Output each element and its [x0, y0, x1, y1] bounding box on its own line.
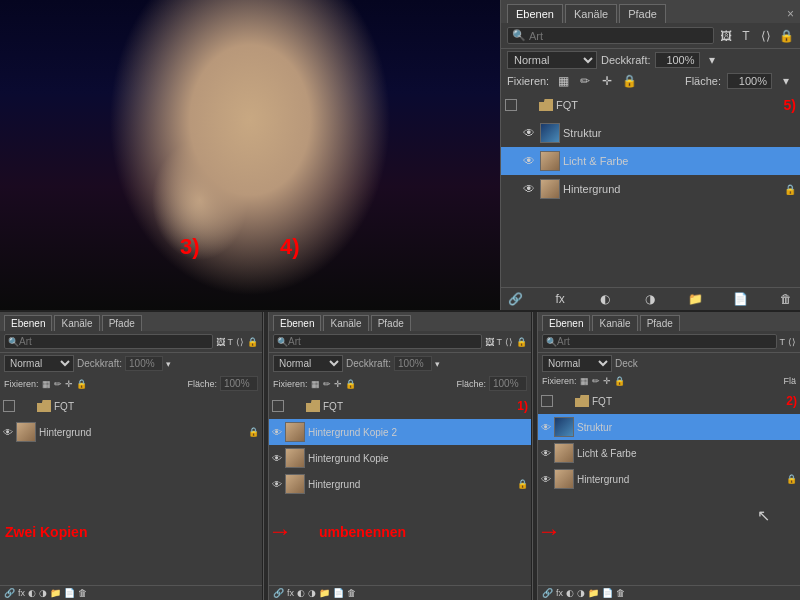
group-fqt-p2[interactable]: FQT 1)	[269, 393, 531, 419]
fx-btn-top[interactable]: fx	[552, 291, 568, 307]
tab-ebenen-p3[interactable]: Ebenen	[542, 315, 590, 331]
opacity-arrow-top[interactable]: ▾	[704, 52, 720, 68]
struktur-p3[interactable]: 👁 Struktur	[538, 414, 800, 440]
hg-kopie2-p2[interactable]: 👁 Hintergrund Kopie 2	[269, 419, 531, 445]
layer-struktur-top[interactable]: 👁 Struktur	[501, 119, 800, 147]
layer-group-fqt-top[interactable]: FQT 5)	[501, 91, 800, 119]
lock-icon-p2-2[interactable]: ✏	[323, 379, 331, 389]
adjustment-btn-top[interactable]: ◑	[642, 291, 658, 307]
group-fqt-p3[interactable]: FQT 2)	[538, 388, 800, 414]
eye-p2-hg[interactable]: 👁	[272, 479, 282, 490]
icon-text-top[interactable]: T	[738, 28, 754, 44]
lock-transparent-top[interactable]: ▦	[555, 73, 571, 89]
hintergrund-p3[interactable]: 👁 Hintergrund 🔒	[538, 466, 800, 492]
search-input-top[interactable]	[529, 30, 709, 42]
fx-p3[interactable]: fx	[556, 588, 563, 598]
folder-p1-btn[interactable]: 📁	[50, 588, 61, 598]
lock-icon-p3-2[interactable]: ✏	[592, 376, 600, 386]
adj-p3[interactable]: ◑	[577, 588, 585, 598]
icon-p1-3[interactable]: ⟨⟩	[236, 337, 244, 347]
icon-adjust-top[interactable]: ⟨⟩	[758, 28, 774, 44]
icon-p2-2[interactable]: T	[497, 337, 503, 347]
group-checkbox-top[interactable]	[505, 99, 517, 111]
search-input-p3[interactable]	[557, 336, 773, 347]
del-p1[interactable]: 🗑	[78, 588, 87, 598]
tab-pfade-p3[interactable]: Pfade	[640, 315, 680, 331]
del-p3[interactable]: 🗑	[616, 588, 625, 598]
mask-btn-top[interactable]: ◐	[597, 291, 613, 307]
lock-icon-p1-2[interactable]: ✏	[54, 379, 62, 389]
tab-pfade-p1[interactable]: Pfade	[102, 315, 142, 331]
folder-p2-btn[interactable]: 📁	[319, 588, 330, 598]
search-p3[interactable]: 🔍	[542, 334, 777, 349]
hintergrund-p1[interactable]: 👁 Hintergrund 🔒	[0, 419, 262, 445]
lock-icon-p1-1[interactable]: ▦	[42, 379, 51, 389]
tab-pfade-p2[interactable]: Pfade	[371, 315, 411, 331]
opacity-val-p2[interactable]	[394, 356, 432, 371]
icon-p1-4[interactable]: 🔒	[247, 337, 258, 347]
tab-kanaele-top[interactable]: Kanäle	[565, 4, 617, 23]
opacity-arrow-p2[interactable]: ▾	[435, 359, 440, 369]
tab-ebenen-top[interactable]: Ebenen	[507, 4, 563, 23]
layer-licht-top[interactable]: 👁 Licht & Farbe	[501, 147, 800, 175]
lock-paint-top[interactable]: ✏	[577, 73, 593, 89]
lock-icon-p3-3[interactable]: ✛	[603, 376, 611, 386]
eye-p3-str[interactable]: 👁	[541, 422, 551, 433]
icon-p3-2[interactable]: ⟨⟩	[788, 337, 796, 347]
search-box-top[interactable]: 🔍	[507, 27, 714, 44]
icon-image-top[interactable]: 🖼	[718, 28, 734, 44]
mask-p1[interactable]: ◐	[28, 588, 36, 598]
mask-p3[interactable]: ◐	[566, 588, 574, 598]
search-p2[interactable]: 🔍	[273, 334, 482, 349]
folder-p3-btn[interactable]: 📁	[588, 588, 599, 598]
link-btn-top[interactable]: 🔗	[507, 291, 523, 307]
check-p1[interactable]	[3, 400, 15, 412]
icon-p2-3[interactable]: ⟨⟩	[505, 337, 513, 347]
mask-p2[interactable]: ◐	[297, 588, 305, 598]
fill-val-p2[interactable]	[489, 376, 527, 391]
search-p1[interactable]: 🔍	[4, 334, 213, 349]
link-p3[interactable]: 🔗	[542, 588, 553, 598]
eye-licht-top[interactable]: 👁	[521, 154, 537, 168]
check-p2[interactable]	[272, 400, 284, 412]
tab-kanaele-p3[interactable]: Kanäle	[592, 315, 637, 331]
eye-p3-lf[interactable]: 👁	[541, 448, 551, 459]
icon-p1-1[interactable]: 🖼	[216, 337, 225, 347]
lock-move-top[interactable]: ✛	[599, 73, 615, 89]
icon-p2-4[interactable]: 🔒	[516, 337, 527, 347]
search-input-p2[interactable]	[288, 336, 478, 347]
adj-p1[interactable]: ◑	[39, 588, 47, 598]
opacity-val-p1[interactable]	[125, 356, 163, 371]
fx-p1[interactable]: fx	[18, 588, 25, 598]
lock-icon-p3-4[interactable]: 🔒	[614, 376, 625, 386]
icon-p3-1[interactable]: T	[780, 337, 786, 347]
lock-icon-p2-4[interactable]: 🔒	[345, 379, 356, 389]
lock-icon-p3-1[interactable]: ▦	[580, 376, 589, 386]
group-fqt-p1[interactable]: FQT	[0, 393, 262, 419]
folder-btn-top[interactable]: 📁	[688, 291, 704, 307]
eye-p2-hgk[interactable]: 👁	[272, 453, 282, 464]
link-p1[interactable]: 🔗	[4, 588, 15, 598]
opacity-value-top[interactable]	[655, 52, 700, 68]
link-p2[interactable]: 🔗	[273, 588, 284, 598]
eye-struktur-top[interactable]: 👁	[521, 126, 537, 140]
fx-p2[interactable]: fx	[287, 588, 294, 598]
lock-all-top[interactable]: 🔒	[621, 73, 637, 89]
tab-kanaele-p2[interactable]: Kanäle	[323, 315, 368, 331]
eye-hintergrund-top[interactable]: 👁	[521, 182, 537, 196]
hintergrund-p2[interactable]: 👁 Hintergrund 🔒	[269, 471, 531, 497]
tab-pfade-top[interactable]: Pfade	[619, 4, 666, 23]
lock-icon-p2-1[interactable]: ▦	[311, 379, 320, 389]
del-p2[interactable]: 🗑	[347, 588, 356, 598]
eye-p1-hg[interactable]: 👁	[3, 427, 13, 438]
hg-kopie-p2[interactable]: 👁 Hintergrund Kopie	[269, 445, 531, 471]
search-input-p1[interactable]	[19, 336, 209, 347]
fill-value-top[interactable]	[727, 73, 772, 89]
eye-p2-hgk2[interactable]: 👁	[272, 427, 282, 438]
delete-btn-top[interactable]: 🗑	[778, 291, 794, 307]
tab-ebenen-p2[interactable]: Ebenen	[273, 315, 321, 331]
check-p3[interactable]	[541, 395, 553, 407]
blend-mode-top[interactable]: Normal	[507, 51, 597, 69]
eye-p3-hg[interactable]: 👁	[541, 474, 551, 485]
lock-icon-p1-3[interactable]: ✛	[65, 379, 73, 389]
